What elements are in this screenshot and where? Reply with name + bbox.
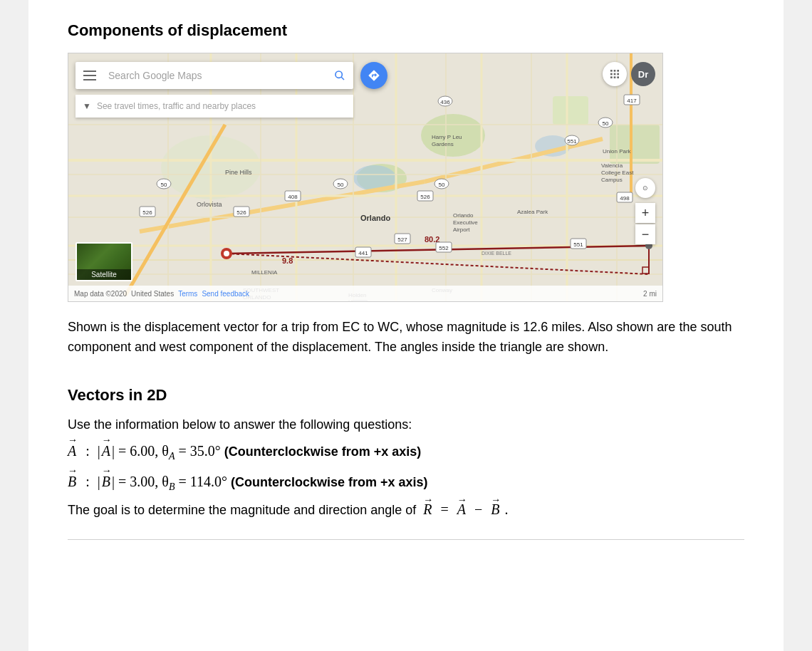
map-svg: 80.2 9.8 Pine Hills Orlovista Orlando Or… <box>68 53 662 301</box>
svg-rect-111 <box>610 76 613 78</box>
svg-text:498: 498 <box>620 195 630 202</box>
svg-text:Pine Hills: Pine Hills <box>225 169 252 176</box>
apps-button[interactable] <box>603 62 627 86</box>
user-avatar[interactable]: Dr <box>631 62 655 86</box>
hamburger-menu[interactable] <box>76 62 104 89</box>
svg-text:Harry P Leu: Harry P Leu <box>432 134 462 140</box>
svg-text:50: 50 <box>338 182 344 188</box>
svg-text:Airport: Airport <box>453 226 470 233</box>
svg-text:50: 50 <box>439 182 445 188</box>
svg-text:417: 417 <box>627 98 637 104</box>
svg-text:526: 526 <box>420 194 430 200</box>
vector-b-equation: → B : | → B | = 3.00, θB = 114.0° (Count… <box>68 470 744 495</box>
svg-text:Azalea Park: Azalea Park <box>517 209 548 215</box>
svg-text:Gardens: Gardens <box>432 141 454 147</box>
svg-text:408: 408 <box>288 194 298 200</box>
svg-rect-107 <box>617 70 619 72</box>
svg-text:DIXIE BELLE: DIXIE BELLE <box>482 251 511 256</box>
svg-text:College East: College East <box>601 170 634 176</box>
svg-text:527: 527 <box>397 236 407 243</box>
svg-text:50: 50 <box>161 182 167 188</box>
svg-text:Union Park: Union Park <box>603 148 632 155</box>
svg-text:Executive: Executive <box>453 219 478 226</box>
svg-rect-105 <box>610 70 613 72</box>
bottom-divider <box>68 539 744 540</box>
svg-rect-110 <box>617 73 619 75</box>
map-bottom-bar: Map data ©2020 United States Terms Send … <box>68 286 662 301</box>
svg-rect-112 <box>614 76 616 78</box>
svg-rect-4 <box>553 96 588 125</box>
svg-text:MILLENIA: MILLENIA <box>251 269 278 276</box>
search-input-text[interactable]: Search Google Maps <box>104 70 326 81</box>
svg-text:Edg: Edg <box>378 301 388 302</box>
vector-a-description: (Counterclockwise from +x axis) <box>224 442 422 462</box>
satellite-thumbnail[interactable]: Satellite <box>76 242 132 281</box>
svg-text:Orlando: Orlando <box>360 214 390 222</box>
page-container: Components of displacement <box>28 0 784 651</box>
map-scale: 2 mi <box>643 290 657 298</box>
svg-rect-108 <box>610 73 613 75</box>
map-feedback[interactable]: Send feedback <box>202 290 249 298</box>
zoom-in-button[interactable]: + <box>635 203 655 223</box>
svg-line-104 <box>341 77 344 80</box>
directions-button[interactable] <box>360 62 387 89</box>
svg-text:552: 552 <box>439 245 449 251</box>
svg-text:436: 436 <box>440 99 450 105</box>
compass[interactable]: ⊙ <box>635 178 655 198</box>
map-terms[interactable]: Terms <box>178 290 197 298</box>
vector-a-equation: → A : | → A | = 6.00, θA = 35.0° (Counte… <box>68 439 744 464</box>
vectors-intro-text: Use the information below to answer the … <box>68 417 744 432</box>
vector-b-description: (Counterclockwise from +x axis) <box>231 472 428 493</box>
svg-text:Orlovista: Orlovista <box>197 201 222 208</box>
svg-point-103 <box>335 71 342 78</box>
svg-text:Campus: Campus <box>601 177 623 183</box>
svg-rect-109 <box>614 73 616 75</box>
search-icon[interactable] <box>326 62 353 89</box>
zoom-controls: + − <box>635 203 655 244</box>
zoom-out-button[interactable]: − <box>635 224 655 244</box>
travel-times-row: ▼ See travel times, traffic and nearby p… <box>76 95 353 118</box>
svg-text:Orlando: Orlando <box>453 212 474 219</box>
description-text: Shown is the displacement vector for a t… <box>68 318 744 358</box>
goal-line: The goal is to determine the magnitude a… <box>68 501 744 518</box>
section-title: Components of displacement <box>68 21 744 40</box>
svg-text:50: 50 <box>603 120 609 127</box>
map-region: United States <box>131 290 174 298</box>
svg-text:551: 551 <box>567 138 577 145</box>
svg-text:9.8: 9.8 <box>282 256 293 265</box>
map-searchbar: Search Google Maps <box>76 62 353 89</box>
svg-rect-113 <box>617 76 619 78</box>
svg-text:441: 441 <box>358 250 368 256</box>
svg-text:526: 526 <box>236 209 246 216</box>
satellite-label: Satellite <box>77 269 131 280</box>
travel-hint-text: See travel times, traffic and nearby pla… <box>97 101 256 111</box>
map-copyright: Map data ©2020 <box>74 290 127 298</box>
map-container: 80.2 9.8 Pine Hills Orlovista Orlando Or… <box>68 53 663 302</box>
svg-text:Valencia: Valencia <box>601 162 623 169</box>
svg-text:551: 551 <box>573 241 583 248</box>
svg-point-98 <box>224 251 229 256</box>
vectors-section-title: Vectors in 2D <box>68 386 744 405</box>
svg-text:526: 526 <box>142 209 152 216</box>
svg-rect-106 <box>614 70 616 72</box>
